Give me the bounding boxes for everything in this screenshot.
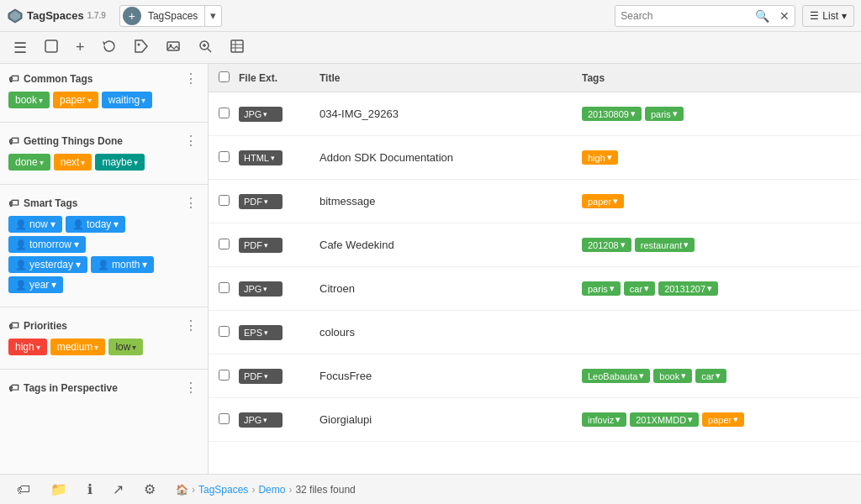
ftag-arrow-icon: ▾ (716, 370, 721, 381)
search-clear-button[interactable]: ✕ (774, 9, 795, 23)
breadcrumb-folder-link[interactable]: Demo (258, 484, 285, 496)
app-logo: TagSpaces 1.7.9 (7, 8, 106, 24)
row-checkbox[interactable] (219, 326, 230, 337)
tag-high-button[interactable]: high▾ (8, 339, 47, 355)
row-checkbox[interactable] (219, 151, 230, 162)
ftag-arrow-icon: ▾ (621, 239, 626, 250)
add-location-button[interactable]: + (123, 7, 141, 25)
tag-now-button[interactable]: 👤 now▾ (8, 216, 62, 233)
tags-panel-button[interactable]: 🏷 (10, 479, 37, 501)
tag-year-button[interactable]: 👤 year▾ (8, 276, 63, 293)
tags-perspective-menu-button[interactable]: ⋮ (182, 380, 199, 396)
ext-arrow-icon: ▾ (263, 416, 267, 424)
tag-arrow-icon: ▾ (50, 218, 55, 230)
table-row: JPG▾ Citroen paris▾ car▾ 20131207▾ (209, 267, 861, 311)
file-tag-button[interactable]: infoviz▾ (582, 412, 626, 427)
file-tag-button[interactable]: car▾ (695, 369, 726, 383)
smart-tags-menu-button[interactable]: ⋮ (182, 195, 199, 211)
add-file-button[interactable]: + (72, 35, 88, 60)
file-tag-button[interactable]: paper▾ (582, 194, 624, 208)
search-input[interactable] (615, 10, 750, 22)
info-button[interactable]: ℹ (81, 478, 99, 501)
file-tag-button[interactable]: 201208▾ (582, 238, 631, 252)
ftag-arrow-icon: ▾ (613, 196, 618, 207)
export-button[interactable]: ↗ (106, 478, 130, 501)
file-ext-button[interactable]: JPG▾ (239, 412, 283, 428)
tags-perspective-icon: 🏷 (8, 382, 18, 394)
file-ext-button[interactable]: EPS▾ (239, 325, 283, 340)
common-tags-menu-button[interactable]: ⋮ (182, 71, 199, 87)
row-checkbox[interactable] (219, 413, 230, 424)
gtd-menu-button[interactable]: ⋮ (182, 133, 199, 149)
select-all-button[interactable] (40, 35, 62, 60)
file-tag-button[interactable]: paper▾ (702, 412, 744, 427)
row-checkbox[interactable] (219, 282, 230, 293)
settings-button[interactable]: ⚙ (137, 478, 162, 501)
tag-paper-button[interactable]: paper▾ (53, 92, 98, 108)
tag-today-button[interactable]: 👤 today▾ (66, 216, 125, 233)
gtd-label: Getting Things Done (24, 135, 123, 147)
col-header-tags: Tags (582, 72, 851, 84)
ext-arrow-icon: ▾ (263, 285, 267, 293)
tag-arrow-icon: ▾ (40, 158, 44, 167)
tag-arrow-icon: ▾ (134, 158, 138, 167)
tag-button[interactable] (130, 35, 152, 60)
file-ext-button[interactable]: JPG▾ (239, 281, 283, 297)
table-row: JPG▾ 034-IMG_29263 20130809▾ paris▾ (209, 92, 861, 136)
file-title: colours (306, 326, 582, 339)
file-tag-button[interactable]: paris▾ (645, 107, 684, 121)
file-ext-button[interactable]: PDF▾ (239, 194, 283, 209)
ftag-arrow-icon: ▾ (688, 414, 693, 425)
svg-line-7 (208, 49, 211, 52)
tag-book-button[interactable]: book▾ (8, 92, 50, 108)
file-tag-button[interactable]: book▾ (653, 369, 692, 383)
tag-month-button[interactable]: 👤 month▾ (91, 256, 154, 273)
file-tag-button[interactable]: high▾ (582, 150, 618, 165)
folder-button[interactable]: 📁 (44, 478, 74, 501)
file-tag-button[interactable]: car▾ (624, 281, 655, 296)
search-submit-button[interactable]: 🔍 (750, 9, 774, 23)
tag-waiting-button[interactable]: waiting▾ (102, 92, 152, 108)
select-all-checkbox[interactable] (219, 71, 230, 82)
file-ext-button[interactable]: PDF▾ (239, 238, 283, 253)
image-view-button[interactable] (162, 35, 184, 60)
file-ext-button[interactable]: JPG▾ (239, 107, 283, 122)
tag-done-button[interactable]: done▾ (8, 154, 50, 171)
tag-arrow-icon: ▾ (36, 343, 40, 352)
view-list-button[interactable]: ☰ List ▾ (802, 5, 854, 27)
location-dropdown-button[interactable]: ▾ (204, 5, 221, 27)
hamburger-menu-button[interactable]: ☰ (10, 35, 30, 60)
common-tags-label: Common Tags (24, 73, 92, 85)
tag-tomorrow-button[interactable]: 👤 tomorrow▾ (8, 236, 86, 253)
file-list-panel: File Ext. Title Tags JPG▾ 034-IMG_29263 … (209, 64, 861, 474)
zoom-icon (198, 39, 213, 54)
file-tag-button[interactable]: paris▾ (582, 281, 621, 296)
zoom-button[interactable] (194, 35, 216, 60)
row-checkbox[interactable] (219, 239, 230, 249)
checkbox-icon (44, 39, 59, 54)
file-tag-button[interactable]: restaurant▾ (635, 238, 695, 252)
tag-arrow-icon: ▾ (114, 218, 119, 230)
file-tag-button[interactable]: 20130809▾ (582, 107, 642, 121)
file-ext-button[interactable]: HTML▾ (239, 150, 283, 165)
file-tag-button[interactable]: 201XMMDD▾ (630, 412, 699, 427)
refresh-button[interactable] (98, 35, 120, 60)
file-list: JPG▾ 034-IMG_29263 20130809▾ paris▾ HTML… (209, 92, 861, 474)
col-header-ext: File Ext. (239, 72, 306, 84)
file-ext-button[interactable]: PDF▾ (239, 369, 283, 384)
table-view-button[interactable] (226, 35, 248, 60)
file-tag-button[interactable]: 20131207▾ (658, 281, 718, 296)
tag-medium-button[interactable]: medium▾ (50, 339, 106, 355)
row-checkbox[interactable] (219, 370, 230, 381)
tag-low-button[interactable]: low▾ (108, 339, 143, 355)
tag-yesterday-button[interactable]: 👤 yesterday▾ (8, 256, 87, 273)
svg-rect-2 (45, 40, 57, 52)
priorities-menu-button[interactable]: ⋮ (182, 318, 199, 333)
row-checkbox[interactable] (219, 108, 230, 118)
tag-maybe-button[interactable]: maybe▾ (95, 154, 145, 171)
breadcrumb-root-link[interactable]: TagSpaces (198, 484, 248, 496)
file-tag-button[interactable]: LeoBabauta▾ (582, 369, 650, 383)
tag-next-button[interactable]: next▾ (54, 154, 92, 171)
row-checkbox[interactable] (219, 195, 230, 206)
file-tags: LeoBabauta▾ book▾ car▾ (582, 369, 851, 383)
